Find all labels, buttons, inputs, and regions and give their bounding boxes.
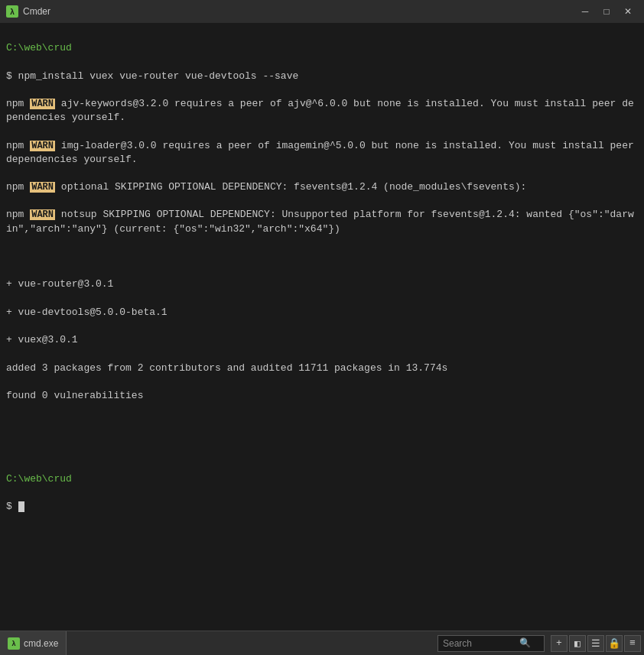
menu-icon[interactable]: ☰ (587, 635, 604, 652)
taskbar-app-label: cmd.exe (24, 638, 58, 649)
warn-badge-1: WARN (30, 99, 55, 109)
warn-line-3-pre: npm (6, 181, 30, 193)
path-line-1: C:\web\crud (6, 42, 72, 54)
warn-badge-2: WARN (30, 141, 55, 151)
warn-badge-4: WARN (30, 209, 55, 220)
app-icon: λ (6, 5, 18, 18)
taskbar-app-icon: λ (8, 637, 20, 650)
prompt-2: $ (6, 501, 18, 512)
found-line: found 0 vulnerabilities (6, 390, 143, 401)
summary-line: added 3 packages from 2 contributors and… (6, 362, 447, 374)
taskbar-app[interactable]: λ cmd.exe (0, 631, 67, 655)
command-line-1: $ npm_install vuex vue-router vue-devtoo… (6, 70, 298, 82)
warn-line-3-text: optional SKIPPING OPTIONAL DEPENDENCY: f… (55, 181, 526, 193)
search-input[interactable] (443, 638, 519, 649)
taskbar: λ cmd.exe 🔍 + ◧ ☰ 🔒 ≡ (0, 631, 644, 655)
settings-icon[interactable]: ≡ (624, 635, 641, 652)
warn-line-4-text: notsup SKIPPING OPTIONAL DEPENDENCY: Uns… (6, 209, 634, 234)
terminal-output: C:\web\crud $ npm_install vuex vue-route… (0, 23, 644, 631)
warn-line-2-pre: npm (6, 140, 30, 151)
search-icon: 🔍 (519, 637, 531, 649)
path-line-2: C:\web\crud (6, 473, 72, 485)
maximize-button[interactable]: □ (597, 4, 616, 19)
taskbar-search[interactable]: 🔍 (437, 635, 545, 652)
warn-line-2-text: img-loader@3.0.0 requires a peer of imag… (6, 140, 640, 165)
cursor (18, 501, 24, 512)
warn-line-1-text: ajv-keywords@3.2.0 requires a peer of aj… (6, 98, 634, 123)
split-icon[interactable]: ◧ (569, 635, 586, 652)
taskbar-icons: + ◧ ☰ 🔒 ≡ (548, 635, 644, 652)
minimize-button[interactable]: ─ (575, 4, 595, 19)
window-title: Cmder (23, 6, 575, 17)
lock-icon[interactable]: 🔒 (606, 635, 623, 652)
warn-badge-3: WARN (30, 182, 55, 193)
warn-line-4-pre: npm (6, 209, 30, 220)
added-line-1: + vue-router@3.0.1 (6, 278, 113, 290)
warn-line-1-pre: npm (6, 98, 30, 109)
title-bar: λ Cmder ─ □ ✕ (0, 0, 644, 23)
close-button[interactable]: ✕ (618, 4, 638, 19)
new-tab-icon[interactable]: + (551, 635, 568, 652)
added-line-3: + vuex@3.0.1 (6, 334, 78, 345)
window-controls: ─ □ ✕ (575, 4, 638, 19)
added-line-2: + vue-devtools@5.0.0-beta.1 (6, 306, 168, 318)
